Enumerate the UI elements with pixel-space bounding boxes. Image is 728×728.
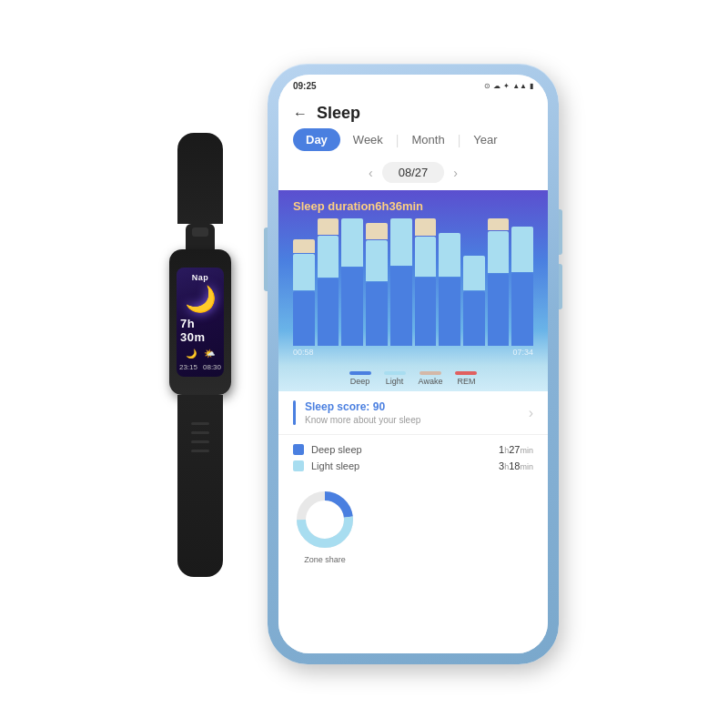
legend-item: Light	[384, 371, 406, 386]
band-crescent-icon: 🌙	[186, 349, 197, 359]
bar-wake	[488, 218, 510, 230]
bar-light	[488, 231, 510, 273]
sleep-chart	[293, 218, 533, 346]
next-date-button[interactable]: ›	[453, 166, 458, 180]
app-header: ← Sleep	[278, 96, 548, 128]
stat-row: Light sleep3h18min	[293, 460, 533, 471]
stat-row: Deep sleep1h27min	[293, 444, 533, 455]
zone-share-section: Zone share	[278, 480, 548, 561]
bar-deep	[341, 268, 363, 346]
band-nap-label: Nap	[192, 273, 209, 282]
wifi-icon: ☁	[493, 82, 500, 90]
score-chevron[interactable]: ›	[529, 405, 533, 421]
bar-light	[511, 227, 533, 272]
legend-color	[455, 371, 477, 375]
bar-group	[318, 218, 339, 346]
bar-wake	[415, 218, 437, 236]
bar-light	[415, 237, 437, 277]
status-time: 09:25	[293, 81, 317, 91]
band-end-time: 08:30	[203, 363, 221, 371]
chart-start-time: 00:58	[293, 348, 314, 357]
bar-group	[511, 218, 533, 346]
bar-light	[341, 218, 363, 267]
tab-bar: Day Week | Month | Year	[278, 128, 548, 158]
donut-svg	[293, 488, 357, 551]
bar-light	[318, 236, 339, 278]
bar-deep	[390, 267, 412, 346]
bar-group	[341, 218, 363, 346]
bar-group	[439, 218, 460, 346]
legend-label: Awake	[419, 377, 443, 386]
date-navigation: ‹ 08/27 ›	[278, 158, 548, 190]
prev-date-button[interactable]: ‹	[369, 166, 373, 180]
chart-time-axis: 00:58 07:34	[293, 346, 533, 359]
current-date: 08/27	[382, 162, 445, 183]
phone-power-button	[559, 209, 562, 255]
bar-group	[488, 218, 510, 346]
sleep-legend: DeepLightAwakeREM	[278, 366, 548, 391]
bar-group	[293, 218, 315, 346]
status-icons: ⊙ ☁ ✦ ▲▲ ▮	[484, 82, 533, 90]
sleep-duration-label: Sleep duration6h36min	[293, 199, 533, 213]
score-value: 90	[373, 400, 385, 413]
page-title: Sleep	[317, 104, 360, 123]
band-start-time: 23:15	[179, 363, 197, 371]
stat-color-indicator	[293, 460, 304, 471]
score-title: Sleep score: 90	[305, 400, 420, 413]
bar-wake	[366, 223, 388, 239]
band-moon-icon: 🌙	[185, 287, 217, 312]
tab-month[interactable]: Month	[399, 128, 458, 151]
bar-group	[415, 218, 437, 346]
score-text-block: Sleep score: 90 Know more about your sle…	[305, 400, 420, 425]
phone-device: 09:25 ⊙ ☁ ✦ ▲▲ ▮ ← Sleep Day	[268, 64, 559, 664]
band-device: Nap 🌙 7h 30m 🌙 🌤️ 23:15 08:30	[169, 249, 231, 395]
tab-divider-2: |	[396, 133, 399, 147]
bar-group	[463, 218, 485, 346]
tab-week[interactable]: Week	[340, 128, 396, 151]
bar-group	[366, 218, 388, 346]
bar-deep	[463, 291, 485, 346]
sleep-score-section[interactable]: Sleep score: 90 Know more about your sle…	[278, 391, 548, 435]
legend-item: Deep	[349, 371, 371, 386]
stat-label: Deep sleep	[311, 444, 491, 455]
band-sleep-duration: 7h 30m	[180, 317, 220, 344]
phone-screen: 09:25 ⊙ ☁ ✦ ▲▲ ▮ ← Sleep Day	[278, 75, 548, 653]
tab-day[interactable]: Day	[293, 128, 340, 151]
legend-color	[349, 371, 371, 375]
score-sub: Know more about your sleep	[305, 415, 420, 425]
bar-group	[390, 218, 412, 346]
phone-power-button-2	[559, 264, 562, 309]
scene: Nap 🌙 7h 30m 🌙 🌤️ 23:15 08:30 09:25	[0, 0, 728, 728]
bar-light	[366, 240, 388, 281]
legend-label: Deep	[350, 377, 370, 386]
zone-share-label: Zone share	[304, 555, 346, 564]
bar-light	[463, 256, 485, 290]
legend-label: Light	[386, 377, 404, 386]
bar-deep	[415, 278, 437, 346]
band-connector	[186, 224, 215, 249]
duration-prefix: Sleep duration	[293, 199, 375, 213]
stat-value: 3h18min	[499, 460, 533, 471]
bar-wake	[293, 239, 315, 253]
band-strap-top	[177, 133, 223, 224]
bluetooth-icon: ✦	[503, 82, 510, 90]
legend-label: REM	[457, 377, 475, 386]
legend-color	[384, 371, 406, 375]
sleep-chart-area: Sleep duration6h36min 00:58 07:34	[278, 190, 548, 366]
phone-volume-button	[264, 228, 268, 291]
duration-mins: 36min	[389, 199, 423, 213]
bar-light	[390, 218, 412, 266]
tab-year[interactable]: Year	[460, 128, 510, 151]
chart-end-time: 07:34	[512, 348, 533, 357]
band-screen: Nap 🌙 7h 30m 🌙 🌤️ 23:15 08:30	[177, 268, 224, 377]
back-button[interactable]: ←	[293, 106, 308, 122]
bar-light	[293, 254, 315, 290]
stat-color-indicator	[293, 444, 304, 455]
stat-value: 1h27min	[499, 444, 533, 455]
band-icons-row: 🌙 🌤️	[186, 349, 215, 359]
status-bar: 09:25 ⊙ ☁ ✦ ▲▲ ▮	[278, 75, 548, 96]
score-accent-bar	[293, 400, 296, 425]
band-sun-icon: 🌤️	[204, 349, 215, 359]
signal-icon: ▲▲	[512, 82, 527, 90]
battery-icon: ▮	[530, 82, 533, 90]
